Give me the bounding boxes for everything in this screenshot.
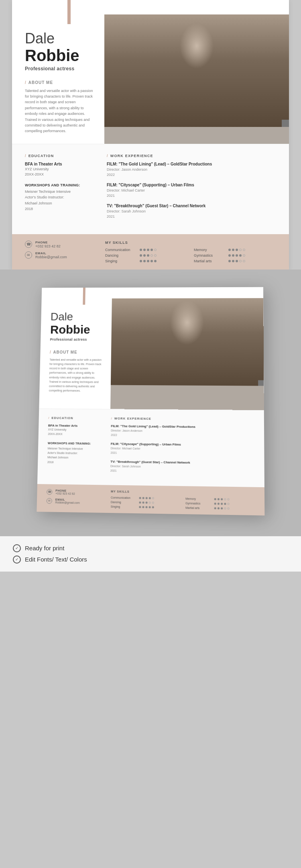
edu-year: 20XX-20XX xyxy=(25,172,97,178)
skill-dot xyxy=(150,249,153,251)
skill-dots xyxy=(214,507,230,509)
email-contact-2: ✉ EMAIL Robbie@gmail.com xyxy=(47,498,111,505)
work-year-2: 2021 xyxy=(107,193,276,199)
workshop-text-2: Meisner Technique Intensive Actor's Stud… xyxy=(47,446,104,465)
resume-perspective: Dale Robbie Professional actress ABOUT M… xyxy=(37,287,264,515)
skill-name: Singing xyxy=(105,259,137,263)
skill-dot xyxy=(214,507,216,509)
skill-dots xyxy=(214,502,230,505)
skill-name: Communication xyxy=(105,248,137,252)
status-text-1: Ready for print xyxy=(25,545,64,551)
skill-dot xyxy=(232,249,234,251)
skill-dot xyxy=(243,260,245,262)
resume-header-2: Dale Robbie Professional actress ABOUT M… xyxy=(39,287,264,410)
skill-dot xyxy=(139,501,141,503)
about-label-2: ABOUT ME xyxy=(50,350,104,354)
header-photo-2 xyxy=(110,298,264,410)
work-year-3: 2021 xyxy=(107,214,276,220)
skill-dot xyxy=(224,507,226,509)
skill-name: Dancing xyxy=(111,500,137,504)
education-column: EDUCATION BFA in Theater Arts XYZ Univer… xyxy=(25,154,97,225)
skill-dot xyxy=(152,506,154,508)
job-title: Professional actress xyxy=(25,66,95,71)
skill-item: Gymnastics xyxy=(194,253,276,257)
workshop-label: WORKSHOPS AND TRAINING: xyxy=(25,183,97,187)
skill-dot xyxy=(142,497,144,499)
resume-header: Dale Robbie Professional actress ABOUT M… xyxy=(12,0,289,144)
status-item-1: Ready for print xyxy=(13,544,288,552)
phone-icon-2: ☎ xyxy=(47,489,52,494)
skill-dot xyxy=(228,260,231,262)
skill-dot xyxy=(154,254,157,257)
skill-dot xyxy=(152,502,154,504)
footer-contact-2: ☎ PHONE +032 923 42 82 ✉ EMAIL Robbie@gm… xyxy=(47,489,111,508)
skill-dot xyxy=(239,249,242,251)
skills-grid-2: CommunicationMemoryDancingGymnasticsSing… xyxy=(111,496,255,510)
first-name-2: Dale xyxy=(51,311,105,323)
skill-dots xyxy=(140,249,157,251)
skills-label-2: MY SKILLS xyxy=(111,490,254,495)
skill-dots xyxy=(139,497,154,499)
email-icon-2: ✉ xyxy=(47,498,52,504)
skill-dot xyxy=(139,497,141,499)
work-title-2: FILM: "Cityscape" (Supporting) – Urban F… xyxy=(107,183,276,187)
skill-dot xyxy=(147,249,149,251)
work-item-2-3: TV: "Breakthrough" (Guest Star) – Channe… xyxy=(110,460,254,474)
work-item-1: FILM: "The Gold Lining" (Lead) – GoldSta… xyxy=(107,162,276,178)
skill-dot xyxy=(152,497,154,499)
header-left: Dale Robbie Professional actress ABOUT M… xyxy=(12,14,104,144)
skills-label: MY SKILLS xyxy=(105,241,276,245)
skill-name: Martial arts xyxy=(185,506,212,509)
work-title-3: TV: "Breakthrough" (Guest Star) – Channe… xyxy=(107,204,276,208)
skill-dot xyxy=(214,498,216,500)
education-label-2: EDUCATION xyxy=(48,416,104,420)
check-icon-2 xyxy=(13,556,21,564)
skill-dot xyxy=(143,249,146,251)
skill-item: Singing xyxy=(111,505,179,509)
phone-contact-2: ☎ PHONE +032 923 42 82 xyxy=(47,489,111,496)
skill-dot xyxy=(142,506,144,508)
work-item-2: FILM: "Cityscape" (Supporting) – Urban F… xyxy=(107,183,276,199)
resume-body-2: EDUCATION BFA in Theater Arts XYZ Univer… xyxy=(37,408,264,487)
skill-dot xyxy=(221,507,223,509)
about-text: Talented and versatile actor with a pass… xyxy=(25,88,95,134)
edu-degree-2: BFA in Theater Arts xyxy=(48,424,104,428)
skill-dot xyxy=(142,501,144,503)
skill-dot xyxy=(218,507,220,509)
photo-corner xyxy=(282,120,289,127)
skill-dot xyxy=(236,254,238,257)
skill-dot xyxy=(236,260,238,262)
skill-dots xyxy=(228,260,245,262)
skill-dot xyxy=(218,498,220,500)
skills-grid: CommunicationMemoryDancingGymnasticsSing… xyxy=(105,248,276,263)
skill-name: Memory xyxy=(185,497,212,500)
edu-school-2: XYZ University xyxy=(48,428,104,433)
skill-dot xyxy=(143,254,146,257)
skill-dot xyxy=(140,260,142,262)
email-contact: ✉ EMAIL Robbie@gmail.com xyxy=(25,251,105,259)
skill-dot xyxy=(140,254,142,257)
skill-dot xyxy=(149,506,151,508)
work-item-3: TV: "Breakthrough" (Guest Star) – Channe… xyxy=(107,204,276,220)
email-value-2: Robbie@gmail.com xyxy=(55,501,80,504)
skill-dot xyxy=(243,249,245,251)
skill-dot xyxy=(236,249,238,251)
skill-dot xyxy=(146,497,148,499)
skill-item: Gymnastics xyxy=(185,502,254,506)
email-label: EMAIL xyxy=(35,251,67,255)
skill-name: Gymnastics xyxy=(185,502,212,505)
skill-name: Gymnastics xyxy=(194,253,226,257)
status-item-2: Edit Fonts/ Text/ Colors xyxy=(13,556,288,564)
check-icon-1 xyxy=(13,544,21,552)
skill-dots xyxy=(140,260,157,262)
skill-dot xyxy=(154,260,157,262)
skill-dot xyxy=(227,503,229,505)
work-year-1: 2022 xyxy=(107,172,276,178)
skill-dot xyxy=(150,254,153,257)
about-text-2: Talented and versatile actor with a pass… xyxy=(49,357,104,393)
skill-item: Communication xyxy=(111,496,179,500)
skill-dot xyxy=(221,498,223,500)
perspective-wrapper: Dale Robbie Professional actress ABOUT M… xyxy=(0,270,301,536)
workshop-text: Meisner Technique Intensive Actor's Stud… xyxy=(25,189,97,212)
skill-dot xyxy=(239,260,242,262)
